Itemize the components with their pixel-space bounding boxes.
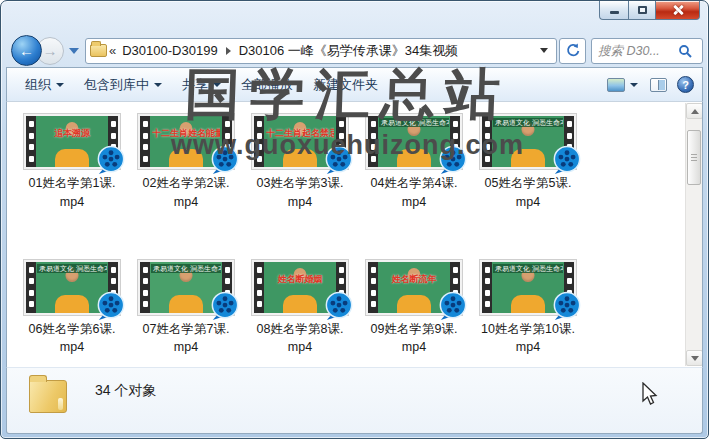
file-name: 01姓名学第1课. mp4	[29, 174, 116, 212]
scroll-down-button[interactable]	[686, 350, 703, 366]
thumbnail-caption: 追本溯源	[38, 127, 106, 140]
thumbnail-caption: 承易道文化 洞悉生命本	[151, 264, 221, 273]
film-reel-icon	[552, 145, 582, 175]
address-dropdown-icon[interactable]	[540, 48, 548, 53]
file-name-line2: mp4	[29, 193, 116, 212]
film-reel-icon	[96, 291, 126, 321]
file-name-line2: mp4	[371, 193, 458, 212]
thumbnail-caption: 十二生肖起名禁忌	[266, 127, 334, 140]
dropdown-arrow-icon	[213, 83, 221, 87]
file-name: 07姓名学第7课. mp4	[143, 320, 230, 358]
file-name: 08姓名学第8课. mp4	[257, 320, 344, 358]
presenter-robe	[283, 295, 317, 313]
thumbnail-caption: 承易道文化 洞悉生命本	[493, 118, 563, 127]
vertical-scrollbar[interactable]	[685, 103, 702, 366]
address-bar[interactable]: « D30100-D30199 D30106 一峰《易学传承课》34集视频	[85, 38, 557, 64]
file-item[interactable]: 承易道文化 洞悉生命本 10姓名学第10课. mp4	[471, 260, 585, 358]
file-name: 02姓名学第2课. mp4	[143, 174, 230, 212]
breadcrumb-current-folder[interactable]: D30106 一峰《易学传承课》34集视频	[235, 42, 463, 60]
filmstrip-holes-left	[26, 262, 36, 313]
file-name-line2: mp4	[29, 338, 116, 357]
file-item[interactable]: 承易道文化 洞悉生命本 06姓名学第6课. mp4	[15, 260, 129, 358]
file-name: 06姓名学第6课. mp4	[29, 320, 116, 358]
new-folder-button[interactable]: 新建文件夹	[303, 71, 388, 99]
file-item[interactable]: 十二生肖起名禁忌 03姓名学第3课. mp4	[243, 114, 357, 212]
minimize-button[interactable]	[599, 1, 628, 20]
close-button[interactable]	[655, 1, 700, 20]
presenter-robe	[511, 149, 545, 167]
breadcrumb-overflow-chevron[interactable]: «	[107, 43, 118, 58]
crumb-separator-icon[interactable]	[226, 47, 231, 55]
search-box[interactable]	[591, 38, 703, 64]
file-item[interactable]: 十二生肖姓名能量 02姓名学第2课. mp4	[129, 114, 243, 212]
file-item[interactable]: 承易道文化 洞悉生命本 04姓名学第4课. mp4	[357, 114, 471, 212]
file-name-line1: 01姓名学第1课.	[29, 174, 116, 193]
organize-button[interactable]: 组织	[15, 71, 74, 99]
change-view-button[interactable]	[605, 75, 640, 95]
file-item[interactable]: 追本溯源 01姓名学第1课. mp4	[15, 114, 129, 212]
search-input[interactable]	[596, 43, 678, 59]
file-name: 10姓名学第10课. mp4	[481, 320, 575, 358]
back-button[interactable]: ←	[11, 35, 42, 66]
restore-button[interactable]	[628, 1, 655, 20]
video-thumbnail: 追本溯源	[24, 114, 120, 169]
file-name-line2: mp4	[143, 193, 230, 212]
file-item[interactable]: 承易道文化 洞悉生命本 05姓名学第5课. mp4	[471, 114, 585, 212]
folder-icon	[90, 44, 107, 57]
share-button[interactable]: 共享	[172, 71, 231, 99]
navigation-bar: ← → « D30100-D30199 D30106 一峰《易学传承课》34集视…	[6, 34, 703, 67]
file-name-line2: mp4	[481, 338, 575, 357]
film-reel-icon	[210, 291, 240, 321]
film-reel-icon	[552, 291, 582, 321]
refresh-icon	[565, 43, 580, 58]
include-in-library-label: 包含到库中	[84, 76, 149, 94]
thumbnail-caption: 姓名断流年	[380, 273, 448, 286]
file-name: 09姓名学第9课. mp4	[371, 320, 458, 358]
restore-icon	[638, 6, 647, 14]
scroll-down-icon	[691, 356, 699, 361]
scrollbar-thumb[interactable]	[687, 130, 701, 185]
help-icon[interactable]: ?	[677, 76, 694, 93]
file-name-line1: 05姓名学第5课.	[485, 174, 572, 193]
search-icon[interactable]	[678, 44, 692, 58]
film-reel-icon	[210, 145, 240, 175]
presenter-robe	[397, 149, 431, 167]
file-name: 03姓名学第3课. mp4	[257, 174, 344, 212]
video-thumbnail: 十二生肖起名禁忌	[252, 114, 348, 169]
scroll-up-button[interactable]	[686, 103, 703, 119]
file-name-line2: mp4	[371, 338, 458, 357]
breadcrumb-parent-folder[interactable]: D30100-D30199	[118, 43, 221, 58]
back-arrow-icon: ←	[19, 43, 34, 58]
video-thumbnail: 十二生肖姓名能量	[138, 114, 234, 169]
folder-icon-large	[29, 380, 67, 413]
file-name-line1: 03姓名学第3课.	[257, 174, 344, 193]
file-name-line1: 09姓名学第9课.	[371, 320, 458, 339]
file-item[interactable]: 承易道文化 洞悉生命本 07姓名学第7课. mp4	[129, 260, 243, 358]
play-all-label: 全部播放	[241, 76, 293, 94]
thumbnail-caption: 承易道文化 洞悉生命本	[493, 264, 563, 273]
recent-pages-dropdown-icon[interactable]	[69, 48, 79, 54]
preview-pane-toggle[interactable]	[650, 78, 667, 92]
file-item[interactable]: 姓名断流年 09姓名学第9课. mp4	[357, 260, 471, 358]
film-reel-icon	[96, 145, 126, 175]
minimize-icon	[610, 11, 619, 14]
filmstrip-holes-left	[26, 116, 36, 167]
file-name-line2: mp4	[485, 193, 572, 212]
refresh-button[interactable]	[559, 38, 586, 64]
film-reel-icon	[324, 145, 354, 175]
caption-button-group	[599, 1, 700, 21]
presenter-robe	[169, 149, 203, 167]
command-toolbar: 组织 包含到库中 共享 全部播放 新建文件夹 ?	[6, 67, 703, 102]
filmstrip-holes-left	[482, 262, 492, 313]
include-in-library-button[interactable]: 包含到库中	[74, 71, 172, 99]
toolbar-right-group: ?	[605, 75, 694, 95]
file-item[interactable]: 姓名断婚姻 08姓名学第8课. mp4	[243, 260, 357, 358]
filmstrip-holes-left	[140, 262, 150, 313]
play-all-button[interactable]: 全部播放	[231, 71, 303, 99]
file-name-line2: mp4	[257, 193, 344, 212]
filmstrip-holes-left	[482, 116, 492, 167]
file-name-line1: 02姓名学第2课.	[143, 174, 230, 193]
video-thumbnail: 姓名断流年	[366, 260, 462, 315]
presenter-robe	[55, 295, 89, 313]
file-list-area: 追本溯源 01姓名学第1课. mp4	[6, 102, 703, 367]
